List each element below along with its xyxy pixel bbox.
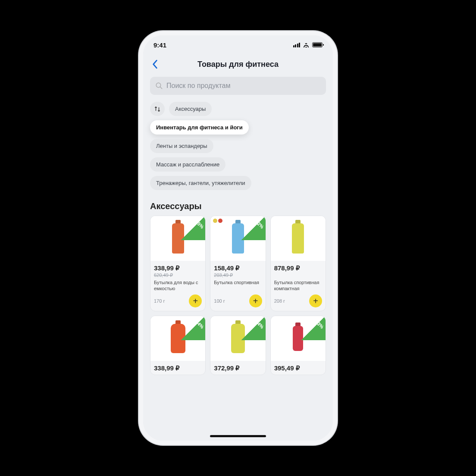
bottle-icon: [292, 223, 304, 254]
product-thumb: -33%: [271, 316, 326, 361]
section-title: Аксессуары: [143, 196, 333, 216]
product-price: 395,49 ₽: [274, 364, 322, 372]
product-thumb: -24%: [150, 316, 205, 361]
search-input[interactable]: Поиск по продуктам: [150, 77, 326, 95]
filter-chips: Аксессуары Инвентарь для фитнеса и йоги …: [143, 99, 333, 196]
product-price: 338,99 ₽: [154, 364, 202, 372]
status-bar: 9:41: [143, 35, 333, 54]
add-to-cart-button[interactable]: +: [249, 294, 262, 307]
product-card[interactable]: -24% 338,99 ₽: [150, 316, 206, 375]
product-price: 878,99 ₽: [274, 264, 322, 272]
screen: 9:41 Товары для фитнеса Поиск по продукт…: [143, 35, 333, 441]
sort-button[interactable]: [150, 102, 165, 116]
product-name: Бутылка для воды с емкостью: [154, 280, 202, 292]
product-old-price: [274, 272, 322, 278]
product-weight: 170 г: [154, 298, 165, 304]
color-dots: [213, 219, 222, 223]
product-grid: -45% 338,99 ₽ 620,49 ₽ Бутылка для воды …: [143, 216, 333, 384]
battery-icon: [312, 42, 323, 47]
cellular-icon: [293, 43, 301, 47]
product-thumb: -44%: [210, 316, 265, 361]
filter-chip-2[interactable]: Ленты и эспандеры: [150, 139, 213, 153]
discount-badge: -33%: [301, 316, 326, 340]
add-to-cart-button[interactable]: +: [189, 294, 202, 307]
product-card[interactable]: 878,99 ₽ Бутылка спортивная компактная 2…: [270, 216, 326, 311]
discount-badge: -22%: [241, 216, 266, 240]
filter-chip-0[interactable]: Аксессуары: [169, 102, 212, 116]
product-card[interactable]: -22% 158,49 ₽ 203,49 ₽ Бутылка спортивна…: [210, 216, 266, 311]
phone-frame: 9:41 Товары для фитнеса Поиск по продукт…: [139, 31, 337, 445]
search-placeholder: Поиск по продуктам: [166, 82, 230, 90]
chevron-left-icon: [152, 60, 158, 69]
product-card[interactable]: -45% 338,99 ₽ 620,49 ₽ Бутылка для воды …: [150, 216, 206, 311]
product-price: 372,99 ₽: [214, 364, 262, 372]
discount-badge: -44%: [241, 316, 266, 340]
search-icon: [155, 82, 163, 90]
filter-chip-4[interactable]: Тренажеры, гантели, утяжелители: [150, 176, 251, 190]
product-name: Бутылка спортивная: [214, 280, 262, 286]
back-button[interactable]: [147, 57, 162, 72]
product-card[interactable]: -44% 372,99 ₽: [210, 316, 266, 375]
product-thumb: -45%: [150, 216, 205, 261]
product-weight: 208 г: [274, 298, 285, 304]
home-indicator[interactable]: [210, 435, 266, 437]
product-old-price: 620,49 ₽: [154, 272, 202, 278]
wifi-icon: [303, 42, 310, 47]
discount-badge: -45%: [181, 216, 205, 240]
product-weight: 100 г: [214, 298, 225, 304]
product-card[interactable]: -33% 395,49 ₽: [270, 316, 326, 375]
sort-icon: [154, 106, 160, 112]
add-to-cart-button[interactable]: +: [309, 294, 322, 307]
product-price: 158,49 ₽: [214, 264, 262, 272]
discount-badge: -24%: [181, 316, 205, 340]
product-thumb: [271, 216, 326, 261]
product-old-price: 203,49 ₽: [214, 272, 262, 278]
status-indicators: [293, 42, 323, 47]
svg-line-1: [160, 87, 162, 89]
header: Товары для фитнеса: [143, 54, 333, 77]
status-time: 9:41: [153, 41, 166, 49]
filter-chip-1[interactable]: Инвентарь для фитнеса и йоги: [150, 120, 249, 135]
filter-chip-3[interactable]: Массаж и расслабление: [150, 157, 225, 172]
product-name: Бутылка спортивная компактная: [274, 280, 322, 292]
page-title: Товары для фитнеса: [162, 60, 329, 69]
product-thumb: -22%: [210, 216, 265, 261]
product-price: 338,99 ₽: [154, 264, 202, 272]
